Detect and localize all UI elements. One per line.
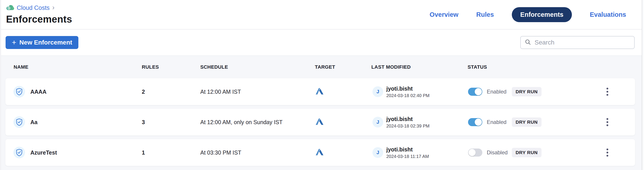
search-input[interactable] [534, 39, 630, 46]
tab-rules[interactable]: Rules [476, 11, 494, 18]
column-header-target: TARGET [315, 64, 371, 70]
enforcement-name: AzureTest [30, 149, 57, 156]
row-menu-kebab-icon[interactable] [606, 88, 609, 96]
new-enforcement-button[interactable]: + New Enforcement [6, 36, 78, 49]
table-row[interactable]: AzureTest 1 At 03:30 PM IST J jyoti.bish… [5, 139, 635, 166]
table-row[interactable]: Aa 3 At 12:00 AM, only on Sunday IST J j… [5, 109, 635, 135]
column-header-schedule: SCHEDULE [200, 64, 315, 70]
schedule-text: At 12:00 AM, only on Sunday IST [200, 119, 315, 125]
breadcrumb: $ Cloud Costs › [6, 4, 72, 12]
shield-check-icon [14, 147, 25, 158]
row-menu-kebab-icon[interactable] [606, 118, 609, 126]
modified-timestamp: 2024-03-18 11:17 AM [386, 154, 429, 159]
schedule-text: At 03:30 PM IST [200, 149, 315, 156]
plus-icon: + [12, 39, 16, 46]
column-header-status: STATUS [468, 64, 598, 70]
azure-target-icon [315, 87, 371, 97]
azure-target-icon [315, 147, 371, 158]
table-row[interactable]: AAAA 2 At 12:00 AM IST J jyoti.bisht 202… [5, 78, 635, 105]
search-icon [525, 39, 531, 46]
modified-by-user: jyoti.bisht [386, 146, 429, 153]
modified-timestamp: 2024-03-18 02:39 PM [386, 123, 430, 129]
left-edge [0, 0, 1, 170]
status-label: Enabled [487, 119, 512, 125]
tab-evaluations[interactable]: Evaluations [590, 11, 626, 18]
chevron-right-icon: › [52, 4, 54, 11]
status-toggle[interactable] [468, 118, 482, 126]
status-label: Disabled [487, 149, 512, 156]
shield-check-icon [14, 86, 25, 98]
search-box[interactable] [520, 36, 634, 49]
column-header-last-modified: LAST MODIFIED [371, 64, 468, 70]
azure-target-icon [315, 117, 371, 127]
svg-text:$: $ [8, 7, 10, 10]
enforcement-name: AAAA [30, 89, 46, 95]
enforcements-table: NAME RULES SCHEDULE TARGET LAST MODIFIED… [0, 56, 644, 170]
modified-timestamp: 2024-03-18 02:40 PM [386, 93, 430, 98]
column-header-name: NAME [5, 64, 142, 70]
dry-run-badge: DRY RUN [512, 117, 542, 127]
enforcement-name: Aa [30, 119, 38, 125]
toolbar: + New Enforcement [0, 30, 644, 56]
rules-count: 2 [142, 89, 200, 95]
avatar: J [372, 86, 383, 97]
dry-run-badge: DRY RUN [512, 148, 542, 157]
rules-count: 1 [142, 149, 200, 156]
modified-by-user: jyoti.bisht [386, 116, 430, 122]
tab-overview[interactable]: Overview [430, 11, 458, 18]
tab-bar: Overview Rules Enforcements Evaluations [430, 7, 626, 22]
shield-check-icon [14, 116, 25, 128]
avatar: J [372, 117, 383, 127]
dry-run-badge: DRY RUN [512, 87, 542, 96]
status-toggle[interactable] [468, 88, 482, 96]
modified-by-user: jyoti.bisht [386, 85, 430, 92]
rules-count: 3 [142, 119, 200, 125]
page-title: Enforcements [6, 14, 72, 25]
status-toggle[interactable] [468, 148, 482, 156]
avatar: J [372, 147, 383, 158]
row-menu-kebab-icon[interactable] [606, 148, 609, 156]
cloud-costs-icon: $ [6, 4, 14, 12]
schedule-text: At 12:00 AM IST [200, 89, 315, 95]
tab-enforcements[interactable]: Enforcements [512, 7, 572, 22]
column-header-rules: RULES [142, 64, 200, 70]
status-label: Enabled [487, 89, 512, 95]
breadcrumb-cloud-costs[interactable]: Cloud Costs [17, 5, 50, 12]
new-enforcement-label: New Enforcement [20, 39, 72, 46]
scrollbar-gutter[interactable] [642, 0, 644, 170]
page-header: $ Cloud Costs › Enforcements Overview Ru… [0, 0, 644, 30]
table-header-row: NAME RULES SCHEDULE TARGET LAST MODIFIED… [5, 56, 635, 78]
